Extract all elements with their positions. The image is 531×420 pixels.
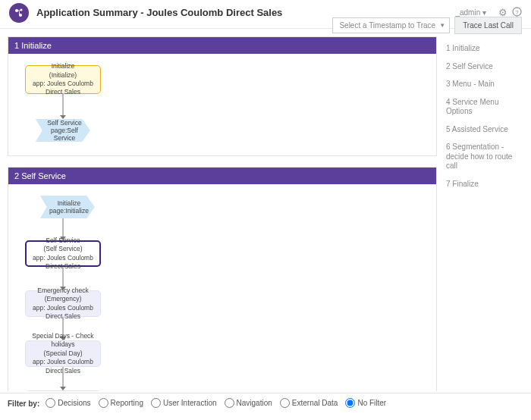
main-content: 1 InitializeInitialize(Initialize)app: J… bbox=[0, 36, 441, 391]
chevron-down-icon: ▼ bbox=[439, 22, 445, 29]
svg-text:?: ? bbox=[515, 8, 519, 15]
sidebar-item[interactable]: 4 Service Menu Options bbox=[446, 98, 525, 117]
sidebar-item[interactable]: 7 Finalize bbox=[446, 180, 525, 190]
filter-option[interactable]: External Data bbox=[280, 398, 338, 408]
svg-marker-8 bbox=[60, 115, 66, 119]
flow-section: 2 Self ServiceInitializepage:InitializeS… bbox=[8, 167, 437, 391]
filter-option[interactable]: Reporting bbox=[99, 398, 143, 408]
sidebar-item[interactable]: 1 Initialize bbox=[446, 44, 525, 54]
section-header: 2 Self Service bbox=[8, 168, 436, 184]
flow-node[interactable]: Self Servicepage:Self Service bbox=[36, 119, 90, 142]
toolbar: Select a Timestamp to Trace ▼ Trace Last… bbox=[332, 17, 522, 34]
sidebar-item[interactable]: 6 Segmentation - decide how to route cal… bbox=[446, 143, 525, 171]
timestamp-select[interactable]: Select a Timestamp to Trace ▼ bbox=[332, 17, 450, 33]
flow-section: 1 InitializeInitialize(Initialize)app: J… bbox=[8, 36, 437, 156]
sidebar-item[interactable]: 5 Assisted Service bbox=[446, 125, 525, 135]
flow-node[interactable]: Emergency check(Emergency)app: Joules Co… bbox=[25, 290, 101, 317]
sidebar-item[interactable]: 3 Menu - Main bbox=[446, 80, 525, 89]
trace-last-call-button[interactable]: Trace Last Call bbox=[454, 17, 522, 34]
section-nav: 1 Initialize2 Self Service3 Menu - Main4… bbox=[441, 36, 531, 391]
user-link[interactable]: _admin ▾ bbox=[455, 8, 486, 17]
filter-label: Filter by: bbox=[8, 400, 39, 408]
flow-node[interactable]: Initializepage:Initialize bbox=[40, 196, 95, 218]
flow-node[interactable]: Self Service(Self Service)app: Joules Co… bbox=[25, 240, 101, 267]
svg-rect-4 bbox=[19, 11, 20, 15]
filter-option[interactable]: User Interaction bbox=[151, 398, 217, 408]
section-header: 1 Initialize bbox=[8, 37, 436, 54]
timestamp-label: Select a Timestamp to Trace bbox=[339, 21, 435, 30]
filter-option[interactable]: No Filter bbox=[345, 398, 386, 408]
filter-bar: Filter by: DecisionsReportingUser Intera… bbox=[0, 393, 531, 412]
horizontal-scrollbar[interactable] bbox=[3, 412, 528, 420]
flow-node[interactable]: Check Business Hours bbox=[25, 390, 101, 391]
sidebar-item[interactable]: 2 Self Service bbox=[446, 62, 525, 72]
filter-option[interactable]: Decisions bbox=[46, 398, 90, 408]
flow-node[interactable]: Initialize(Initialize)app: Joules Coulom… bbox=[25, 65, 101, 94]
filter-option[interactable]: Navigation bbox=[225, 398, 272, 408]
logo-icon bbox=[9, 3, 29, 23]
page-title: Application Summary - Joules Coulomb Dir… bbox=[36, 7, 282, 18]
flow-node[interactable]: Special Days - Check holidays(Special Da… bbox=[25, 340, 101, 367]
